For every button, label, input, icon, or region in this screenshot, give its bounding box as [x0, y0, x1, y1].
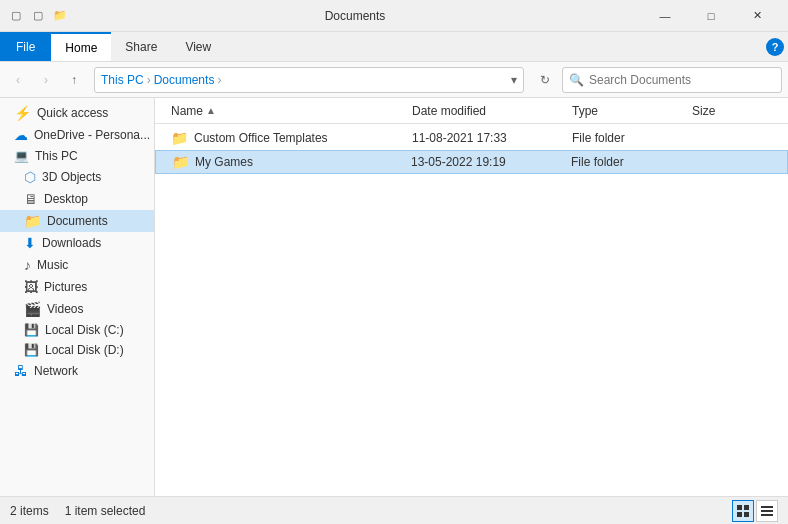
- this-pc-icon: 💻: [14, 149, 29, 163]
- sidebar-label-local-d: Local Disk (D:): [45, 343, 124, 357]
- breadcrumb-separator: ›: [147, 73, 151, 87]
- sidebar-label-music: Music: [37, 258, 68, 272]
- music-icon: ♪: [24, 257, 31, 273]
- table-row[interactable]: 📁 Custom Office Templates 11-08-2021 17:…: [155, 126, 788, 150]
- downloads-icon: ⬇: [24, 235, 36, 251]
- sidebar-item-downloads[interactable]: ⬇ Downloads: [0, 232, 154, 254]
- pictures-icon: 🖼: [24, 279, 38, 295]
- view-large-icons-button[interactable]: [732, 500, 754, 522]
- main-area: ⚡ Quick access ☁ OneDrive - Persona... 💻…: [0, 98, 788, 496]
- sidebar-item-3d-objects[interactable]: ⬡ 3D Objects: [0, 166, 154, 188]
- sidebar-item-music[interactable]: ♪ Music: [0, 254, 154, 276]
- large-icons-icon: [736, 504, 750, 518]
- item-selected: 1 item selected: [65, 504, 146, 518]
- nav-bar: ‹ › ↑ This PC › Documents › ▾ ↻ 🔍: [0, 62, 788, 98]
- title-bar-icons: ▢ ▢ 📁: [8, 8, 68, 24]
- file-type-1: File folder: [571, 155, 691, 169]
- sidebar-label-downloads: Downloads: [42, 236, 101, 250]
- sidebar-item-this-pc[interactable]: 💻 This PC: [0, 146, 154, 166]
- sidebar-item-pictures[interactable]: 🖼 Pictures: [0, 276, 154, 298]
- sidebar-item-local-d[interactable]: 💾 Local Disk (D:): [0, 340, 154, 360]
- file-name-0: Custom Office Templates: [194, 131, 412, 145]
- breadcrumb-dropdown-icon[interactable]: ▾: [511, 73, 517, 87]
- col-header-size-label: Size: [692, 104, 715, 118]
- file-date-1: 13-05-2022 19:19: [411, 155, 571, 169]
- col-header-date[interactable]: Date modified: [412, 104, 572, 118]
- videos-icon: 🎬: [24, 301, 41, 317]
- sidebar-item-desktop[interactable]: 🖥 Desktop: [0, 188, 154, 210]
- search-icon: 🔍: [569, 73, 584, 87]
- maximize-button[interactable]: □: [688, 0, 734, 32]
- refresh-button[interactable]: ↻: [532, 67, 558, 93]
- back-button[interactable]: ‹: [6, 68, 30, 92]
- breadcrumb-item-this-pc[interactable]: This PC: [101, 73, 144, 87]
- sidebar: ⚡ Quick access ☁ OneDrive - Persona... 💻…: [0, 98, 155, 496]
- content-area: Name ▲ Date modified Type Size 📁 Custom …: [155, 98, 788, 496]
- desktop-icon: 🖥: [24, 191, 38, 207]
- onedrive-icon: ☁: [14, 127, 28, 143]
- col-header-name[interactable]: Name ▲: [171, 104, 412, 118]
- folder-icon-title: 📁: [52, 8, 68, 24]
- tab-view[interactable]: View: [171, 32, 225, 61]
- sidebar-label-this-pc: This PC: [35, 149, 78, 163]
- tab-file[interactable]: File: [0, 32, 51, 61]
- local-c-icon: 💾: [24, 323, 39, 337]
- status-bar: 2 items 1 item selected: [0, 496, 788, 524]
- sidebar-label-3d-objects: 3D Objects: [42, 170, 101, 184]
- breadcrumb-item-documents[interactable]: Documents: [154, 73, 215, 87]
- file-date-0: 11-08-2021 17:33: [412, 131, 572, 145]
- svg-rect-0: [737, 505, 742, 510]
- blank-icon-2: ▢: [30, 8, 46, 24]
- documents-icon: 📁: [24, 213, 41, 229]
- sidebar-item-network[interactable]: 🖧 Network: [0, 360, 154, 382]
- table-row[interactable]: 📁 My Games 13-05-2022 19:19 File folder: [155, 150, 788, 174]
- tab-home[interactable]: Home: [51, 32, 111, 61]
- blank-icon-1: ▢: [8, 8, 24, 24]
- col-header-name-label: Name: [171, 104, 203, 118]
- sidebar-label-pictures: Pictures: [44, 280, 87, 294]
- sidebar-label-local-c: Local Disk (C:): [45, 323, 124, 337]
- sidebar-label-desktop: Desktop: [44, 192, 88, 206]
- col-header-date-label: Date modified: [412, 104, 486, 118]
- title-bar-controls: — □ ✕: [642, 0, 780, 32]
- sidebar-item-quick-access[interactable]: ⚡ Quick access: [0, 102, 154, 124]
- file-name-1: My Games: [195, 155, 411, 169]
- sidebar-item-onedrive[interactable]: ☁ OneDrive - Persona...: [0, 124, 154, 146]
- quick-access-icon: ⚡: [14, 105, 31, 121]
- svg-rect-4: [761, 506, 773, 508]
- up-button[interactable]: ↑: [62, 68, 86, 92]
- sidebar-label-documents: Documents: [47, 214, 108, 228]
- ribbon: File Home Share View ?: [0, 32, 788, 62]
- file-list: 📁 Custom Office Templates 11-08-2021 17:…: [155, 124, 788, 496]
- svg-rect-1: [744, 505, 749, 510]
- sidebar-item-documents[interactable]: 📁 Documents: [0, 210, 154, 232]
- help-button[interactable]: ?: [762, 32, 788, 61]
- help-icon: ?: [766, 38, 784, 56]
- tab-share[interactable]: Share: [111, 32, 171, 61]
- file-icon-0: 📁: [171, 130, 188, 146]
- sidebar-label-videos: Videos: [47, 302, 83, 316]
- view-details-button[interactable]: [756, 500, 778, 522]
- svg-rect-2: [737, 512, 742, 517]
- col-header-size[interactable]: Size: [692, 104, 772, 118]
- search-input[interactable]: [589, 73, 775, 87]
- item-count: 2 items: [10, 504, 49, 518]
- col-header-type-label: Type: [572, 104, 598, 118]
- local-d-icon: 💾: [24, 343, 39, 357]
- 3d-objects-icon: ⬡: [24, 169, 36, 185]
- breadcrumb-bar[interactable]: This PC › Documents › ▾: [94, 67, 524, 93]
- file-icon-1: 📁: [172, 154, 189, 170]
- col-header-type[interactable]: Type: [572, 104, 692, 118]
- minimize-button[interactable]: —: [642, 0, 688, 32]
- window-title: Documents: [68, 9, 642, 23]
- sidebar-item-videos[interactable]: 🎬 Videos: [0, 298, 154, 320]
- details-icon: [760, 504, 774, 518]
- search-bar[interactable]: 🔍: [562, 67, 782, 93]
- sidebar-item-local-c[interactable]: 💾 Local Disk (C:): [0, 320, 154, 340]
- forward-button[interactable]: ›: [34, 68, 58, 92]
- svg-rect-6: [761, 514, 773, 516]
- breadcrumb-separator-2: ›: [217, 73, 221, 87]
- file-type-0: File folder: [572, 131, 692, 145]
- sidebar-label-network: Network: [34, 364, 78, 378]
- close-button[interactable]: ✕: [734, 0, 780, 32]
